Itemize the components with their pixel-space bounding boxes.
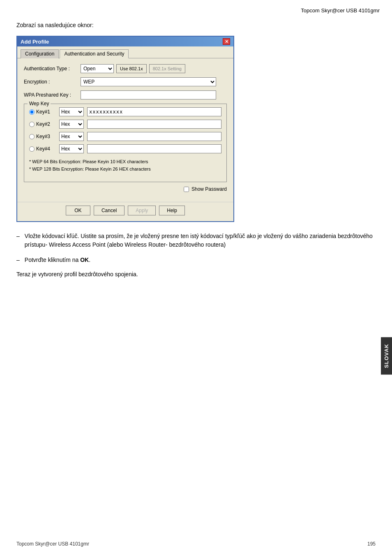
bullet-2-after: . xyxy=(89,257,90,263)
auth-type-controls: Open Shared WPA WPA-PSK Use 802.1x 802.1… xyxy=(81,64,227,73)
page-header: Topcom Skyr@cer USB 4101gmr xyxy=(0,0,392,18)
wep-key4-row: Key#4 Hex ASCII xyxy=(29,144,221,153)
sidebar-label: SLOVAK xyxy=(381,337,392,375)
dialog-body: Authentication Type : Open Shared WPA WP… xyxy=(17,58,233,202)
key3-label: Key#3 xyxy=(36,134,50,139)
auth-type-label: Authentication Type : xyxy=(24,66,77,72)
use-802-button[interactable]: Use 802.1x xyxy=(116,64,147,73)
show-password-label: Show Passward xyxy=(191,186,227,192)
show-password-row: Show Passward xyxy=(24,186,227,192)
wep-hint-2: * WEP 128 Bits Encryption: Please Keyin … xyxy=(29,166,221,173)
encryption-label: Encryption : xyxy=(24,79,77,85)
wep-key-group: Wep Key Key#1 Hex ASCII xyxy=(24,104,227,182)
footer-page-number: 195 xyxy=(367,541,376,547)
key1-radio[interactable] xyxy=(29,109,35,115)
wep-hints: * WEP 64 Bits Encryption: Please Keyin 1… xyxy=(29,157,221,174)
cancel-button[interactable]: Cancel xyxy=(94,206,125,215)
add-profile-dialog: Add Profile ✕ Configuration Authenticati… xyxy=(16,36,234,222)
auth-type-select[interactable]: Open Shared WPA WPA-PSK xyxy=(81,64,114,73)
help-button[interactable]: Help xyxy=(159,206,185,215)
key2-type-select[interactable]: Hex ASCII xyxy=(59,120,84,129)
key2-value-input[interactable] xyxy=(87,120,221,129)
footer-product: Topcom Skyr@cer USB 4101gmr xyxy=(16,541,89,547)
key4-type-select[interactable]: Hex ASCII xyxy=(59,144,84,153)
ok-button[interactable]: OK xyxy=(66,206,90,215)
bullet-text-1: Vložte kódovací kľúč. Uistite sa prosím,… xyxy=(25,232,376,249)
encryption-controls: WEP TKIP AES None xyxy=(81,77,227,86)
key1-type-select[interactable]: Hex ASCII xyxy=(59,107,84,116)
bullet-2-before: Potvrďte kliknutím na xyxy=(25,257,80,263)
key1-radio-label[interactable]: Key#1 xyxy=(29,109,56,115)
bullet-2-bold: OK xyxy=(80,257,89,263)
key3-radio[interactable] xyxy=(29,134,35,139)
key3-value-input[interactable] xyxy=(87,132,221,141)
wep-key3-row: Key#3 Hex ASCII xyxy=(29,132,221,141)
key4-label: Key#4 xyxy=(36,146,50,152)
encryption-row: Encryption : WEP TKIP AES None xyxy=(24,77,227,86)
key2-radio[interactable] xyxy=(29,122,35,127)
key2-label: Key#2 xyxy=(36,121,50,127)
dialog-footer: OK Cancel Apply Help xyxy=(17,202,233,221)
bullet-dash-1: – xyxy=(16,232,20,249)
show-password-checkbox[interactable] xyxy=(184,187,189,192)
page-footer: Topcom Skyr@cer USB 4101gmr 195 xyxy=(16,541,376,547)
key4-radio-label[interactable]: Key#4 xyxy=(29,146,56,152)
802-setting-button[interactable]: 802.1x Setting xyxy=(149,64,185,73)
close-button[interactable]: ✕ xyxy=(223,38,230,45)
key3-radio-label[interactable]: Key#3 xyxy=(29,134,56,139)
bullet-section: – Vložte kódovací kľúč. Uistite sa prosí… xyxy=(0,232,392,264)
dialog-tabs: Configuration Authentication and Securit… xyxy=(17,46,233,58)
apply-button[interactable]: Apply xyxy=(128,206,156,215)
bullet-item-2: – Potvrďte kliknutím na OK. xyxy=(16,256,376,264)
wpa-preshared-label: WPA Preshared Key : xyxy=(24,92,77,98)
wep-key1-row: Key#1 Hex ASCII xyxy=(29,107,221,116)
intro-text: Zobrazí sa nasledujúce oknor: xyxy=(0,18,392,36)
key1-value-input[interactable] xyxy=(87,107,221,116)
tab-configuration[interactable]: Configuration xyxy=(21,49,59,58)
wep-hint-1: * WEP 64 Bits Encryption: Please Keyin 1… xyxy=(29,158,221,166)
key4-value-input[interactable] xyxy=(87,144,221,153)
wep-key2-row: Key#2 Hex ASCII xyxy=(29,120,221,129)
product-name: Topcom Skyr@cer USB 4101gmr xyxy=(301,7,380,14)
key3-type-select[interactable]: Hex ASCII xyxy=(59,132,84,141)
auth-type-row: Authentication Type : Open Shared WPA WP… xyxy=(24,64,227,73)
key2-radio-label[interactable]: Key#2 xyxy=(29,121,56,127)
wpa-preshared-row: WPA Preshared Key : xyxy=(24,90,227,99)
encryption-select[interactable]: WEP TKIP AES None xyxy=(81,77,216,86)
bullet-text-2: Potvrďte kliknutím na OK. xyxy=(25,256,376,264)
dialog-title: Add Profile xyxy=(21,39,49,45)
key4-radio[interactable] xyxy=(29,146,35,152)
tab-authentication-security[interactable]: Authentication and Security xyxy=(60,49,129,58)
bullet-dash-2: – xyxy=(16,256,20,264)
wep-group-legend: Wep Key xyxy=(28,101,51,106)
bullet-item-1: – Vložte kódovací kľúč. Uistite sa prosí… xyxy=(16,232,376,249)
dialog-wrapper: Add Profile ✕ Configuration Authenticati… xyxy=(0,36,392,222)
bottom-text: Teraz je vytvorený profil bezdrôtového s… xyxy=(0,271,392,278)
dialog-titlebar: Add Profile ✕ xyxy=(17,37,233,46)
wpa-preshared-input[interactable] xyxy=(81,90,216,99)
key1-label: Key#1 xyxy=(36,109,50,115)
